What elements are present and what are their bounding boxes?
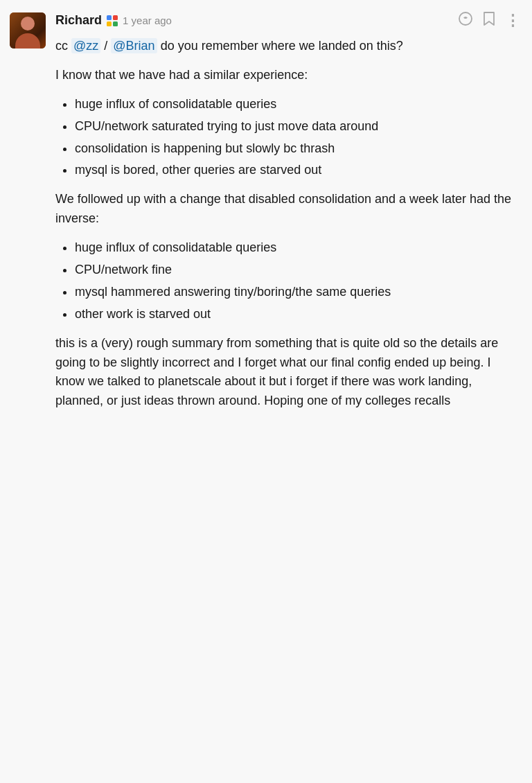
bookmark-icon[interactable] bbox=[483, 11, 495, 30]
svg-rect-0 bbox=[107, 15, 112, 20]
post-body: cc @zz / @Brian do you remember where we… bbox=[55, 37, 521, 411]
slack-icon bbox=[106, 15, 118, 27]
list-item: huge influx of consolidatable queries bbox=[75, 95, 521, 114]
post-content: Richard 1 year ago bbox=[55, 11, 532, 421]
avatar-column bbox=[0, 11, 55, 49]
avatar-image bbox=[10, 12, 46, 49]
list2: huge influx of consolidatable queries CP… bbox=[75, 238, 521, 324]
list1: huge influx of consolidatable queries CP… bbox=[75, 95, 521, 181]
para1: I know that we have had a similar experi… bbox=[55, 66, 521, 85]
list-item: mysql is bored, other queries are starve… bbox=[75, 161, 521, 180]
para3: this is a (very) rough summary from some… bbox=[55, 334, 521, 412]
list-item: other work is starved out bbox=[75, 305, 521, 324]
list-item: mysql hammered answering tiny/boring/the… bbox=[75, 283, 521, 302]
para2: We followed up with a change that disabl… bbox=[55, 190, 521, 229]
post-container: Richard 1 year ago bbox=[0, 0, 532, 434]
mention-brian[interactable]: @Brian bbox=[111, 38, 157, 53]
svg-rect-2 bbox=[107, 21, 112, 26]
author-name[interactable]: Richard bbox=[55, 13, 102, 28]
list-item: CPU/network saturated trying to just mov… bbox=[75, 117, 521, 137]
more-options-icon[interactable]: ⋮ bbox=[505, 12, 521, 30]
intro-text: do you remember where we landed on this? bbox=[161, 39, 403, 53]
post-header: Richard 1 year ago bbox=[55, 11, 521, 30]
cc-line: cc @zz / @Brian do you remember where we… bbox=[55, 37, 521, 56]
svg-rect-3 bbox=[113, 21, 118, 26]
avatar[interactable] bbox=[10, 12, 46, 49]
cc-label: cc bbox=[55, 39, 68, 53]
list-item: consolidation is happening but slowly bc… bbox=[75, 139, 521, 159]
mention-zz[interactable]: @zz bbox=[71, 38, 100, 53]
list-item: huge influx of consolidatable queries bbox=[75, 238, 521, 258]
platform-icon[interactable] bbox=[458, 11, 473, 30]
list-item: CPU/network fine bbox=[75, 261, 521, 280]
action-icons: ⋮ bbox=[458, 11, 521, 30]
svg-rect-1 bbox=[113, 15, 118, 20]
post-timestamp: 1 year ago bbox=[123, 15, 172, 26]
